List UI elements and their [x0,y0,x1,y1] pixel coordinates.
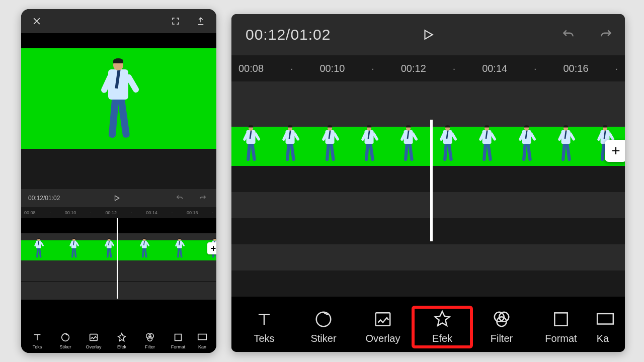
close-icon[interactable] [30,15,43,28]
tick: 00:12 [106,210,117,215]
playhead[interactable] [430,120,433,241]
tick: 00:16 [187,210,198,215]
extra-tracks[interactable] [21,263,216,299]
export-icon[interactable] [194,15,207,28]
tick: 00:16 [564,63,589,74]
tool-filter[interactable]: Filter [136,332,164,349]
tick-dot: · [172,210,173,215]
tool-label: Filter [491,333,513,344]
fullscreen-icon[interactable] [169,15,182,28]
tool-efek[interactable]: Efek [413,307,472,347]
video-clip[interactable] [21,240,216,260]
svg-rect-13 [597,313,613,324]
playhead[interactable] [117,218,118,299]
top-bar [21,9,216,33]
tick-dot: · [131,210,132,215]
tool-label: Overlay [366,333,400,344]
tool-label: Efek [432,333,452,344]
tool-label: Stiker [310,333,336,344]
transport-bar: 00:12/01:02 [21,189,216,207]
tool-stiker[interactable]: Stiker [294,307,353,347]
undo-icon[interactable] [561,28,575,41]
tick-dot: · [453,63,456,74]
tick: 00:08 [238,63,264,74]
bottom-toolbar: Teks Stiker Overlay Efek Filter Format K… [21,328,216,353]
add-clip-button[interactable]: + [605,140,625,162]
tool-kanvas[interactable]: Kan [192,332,212,349]
tick: 00:10 [319,63,345,74]
tick: 00:08 [24,210,36,215]
tool-format[interactable]: Format [164,332,192,349]
svg-point-7 [316,312,331,326]
tick-dot: · [290,63,293,74]
tool-efek[interactable]: Efek [108,332,136,349]
tool-label: Overlay [86,344,101,349]
redo-icon[interactable] [196,192,209,205]
undo-icon[interactable] [173,192,186,205]
video-clip[interactable] [231,127,625,166]
svg-point-4 [147,336,152,341]
tick-dot: · [212,210,213,215]
timeline-track[interactable]: + [231,127,625,166]
tool-label: Format [545,333,577,344]
play-icon[interactable] [110,192,123,205]
tool-label: Format [171,344,186,349]
time-display: 00:12/01:02 [28,195,60,202]
editor-full-mobile: 00:12/01:02 00:08 · 00:10 · 00:12 · 00:1… [21,9,216,353]
redo-icon[interactable] [600,28,613,41]
transport-bar: 00:12/01:02 [231,14,625,55]
svg-rect-6 [198,334,207,339]
tool-label: Ka [597,333,609,344]
tool-teks[interactable]: Teks [23,332,51,349]
svg-rect-5 [175,334,182,340]
tick: 00:12 [401,63,426,74]
greenscreen-subject [101,58,136,149]
tool-kanvas[interactable]: Ka [591,307,615,347]
editor-timeline-zoom: 00:12/01:02 00:08 · 00:10 · 00:12 · 00:1… [231,14,625,352]
tick-dot: · [90,210,92,215]
timeline-ruler[interactable]: 00:08 · 00:10 · 00:12 · 00:14 · 00:16 · [21,207,216,218]
tool-teks[interactable]: Teks [234,307,294,347]
tool-overlay[interactable]: Overlay [353,307,413,347]
tool-label: Teks [33,344,42,349]
add-clip-button[interactable]: + [207,242,216,254]
tool-format[interactable]: Format [531,307,591,347]
tool-overlay[interactable]: Overlay [79,332,108,349]
video-preview[interactable] [21,48,216,149]
bottom-toolbar: Teks Stiker Overlay Efek Filter Format K… [231,302,625,352]
play-icon[interactable] [422,28,435,41]
tick-dot: · [534,63,537,74]
tick-dot: · [371,63,374,74]
svg-point-3 [149,333,153,338]
tick: 00:14 [146,210,157,215]
tool-label: Stiker [59,344,71,349]
tool-label: Teks [254,333,274,344]
tool-label: Kan [198,344,206,349]
svg-point-0 [62,333,69,341]
timeline-ruler[interactable]: 00:08 · 00:10 · 00:12 · 00:14 · 00:16 · [231,55,625,81]
timeline-track[interactable]: + [21,233,216,263]
tool-label: Efek [117,344,126,349]
tick: 00:10 [65,210,76,215]
tool-stiker[interactable]: Stiker [51,332,79,349]
time-display: 00:12/01:02 [246,26,331,43]
tick-dot: · [615,63,618,74]
tick-dot: · [49,210,51,215]
tool-label: Filter [145,344,155,349]
svg-rect-12 [554,313,567,325]
tool-filter[interactable]: Filter [472,307,531,347]
tick: 00:14 [482,63,507,74]
